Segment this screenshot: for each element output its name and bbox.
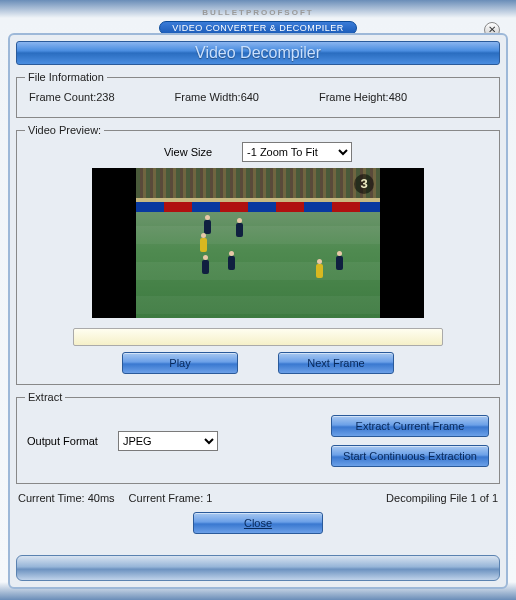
channel-logo-icon: 3 [354,174,374,194]
play-button[interactable]: Play [122,352,238,374]
frame-count: Frame Count:238 [29,91,115,103]
video-preview-legend: Video Preview: [25,124,104,136]
bottom-bevel [16,555,500,581]
brand-company: BULLETPROOFSOFT [8,8,508,17]
status-row: Current Time: 40ms Current Frame: 1 Deco… [16,490,500,506]
frame-width: Frame Width:640 [175,91,259,103]
frame-height: Frame Height:480 [319,91,407,103]
start-continuous-extraction-button[interactable]: Start Continuous Extraction [331,445,489,467]
close-button[interactable]: Close [193,512,323,534]
extract-legend: Extract [25,391,65,403]
brand-bar: BULLETPROOFSOFT VIDEO CONVERTER & DECOMP… [8,8,508,35]
video-preview: 3 [92,168,424,318]
current-time: Current Time: 40ms [18,492,115,504]
main-panel: Video Decompiler File Information Frame … [8,33,508,589]
output-format-label: Output Format [27,435,98,447]
extract-current-frame-button[interactable]: Extract Current Frame [331,415,489,437]
view-size-label: View Size [164,146,212,158]
playback-progress[interactable] [73,328,443,346]
video-preview-group: Video Preview: View Size -1 Zoom To Fit … [16,124,500,385]
view-size-select[interactable]: -1 Zoom To Fit [242,142,352,162]
decompiling-status: Decompiling File 1 of 1 [386,492,498,504]
next-frame-button[interactable]: Next Frame [278,352,394,374]
file-info-group: File Information Frame Count:238 Frame W… [16,71,500,118]
extract-group: Extract Output Format JPEG Extract Curre… [16,391,500,484]
file-info-legend: File Information [25,71,107,83]
panel-title: Video Decompiler [16,41,500,65]
current-frame: Current Frame: 1 [129,492,213,504]
app-window: BULLETPROOFSOFT VIDEO CONVERTER & DECOMP… [0,0,516,600]
output-format-select[interactable]: JPEG [118,431,218,451]
